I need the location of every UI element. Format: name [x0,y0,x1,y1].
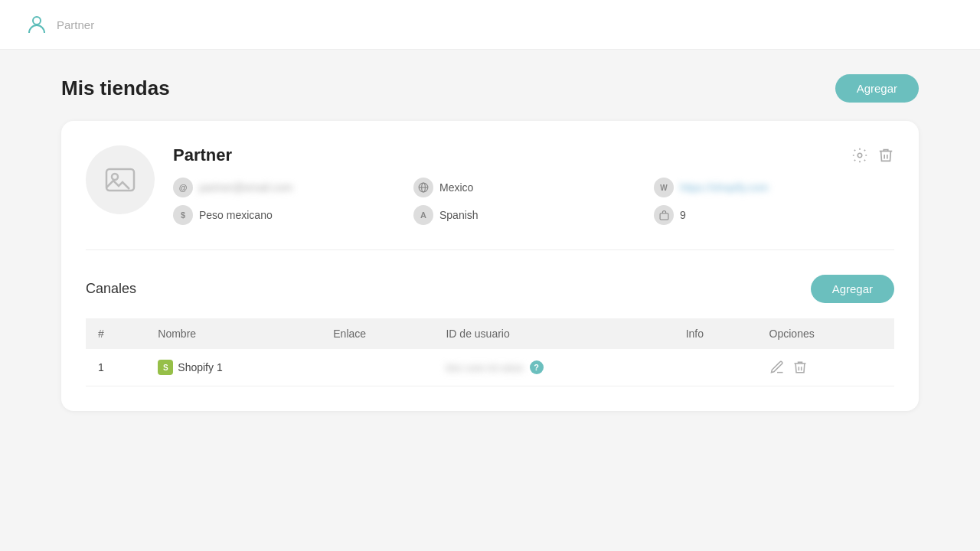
row-enlace [321,349,433,386]
country-meta: Mexico [413,178,654,197]
store-card: Partner [61,121,919,411]
svg-point-3 [858,153,862,158]
table-row: 1 S Shopify 1 blur-user-id-value [86,349,894,386]
page-title: Mis tiendas [61,77,170,100]
store-language: Spanish [439,209,479,221]
globe-badge [413,178,433,197]
canales-header: Canales Agregar [86,275,894,303]
channel-name: Shopify 1 [178,361,222,373]
store-name: Partner [173,145,232,165]
col-number: # [86,318,145,349]
store-info-section: Partner [86,145,894,250]
user-icon [24,12,49,37]
language-badge: A [413,205,433,225]
svg-point-2 [112,174,118,180]
add-channel-button[interactable]: Agregar [811,275,894,303]
store-meta-grid: @ partner@email.com Mexico W https://sho… [173,178,894,225]
row-info [674,349,757,386]
shopify-logo: S [158,360,173,375]
table-body: 1 S Shopify 1 blur-user-id-value [86,349,894,386]
svg-rect-7 [660,213,668,219]
store-name-row: Partner [173,145,894,165]
col-opciones: Opciones [757,318,894,349]
store-products-count: 9 [680,209,686,221]
row-actions [769,360,882,375]
store-country: Mexico [439,181,473,194]
store-website: https://shopify.com [680,181,769,194]
currency-badge: $ [173,205,193,225]
language-meta: A Spanish [413,205,654,225]
image-placeholder-icon [102,161,139,198]
add-store-button[interactable]: Agregar [835,74,919,103]
edit-icon[interactable] [769,360,785,375]
at-badge: @ [173,178,193,197]
store-currency: Peso mexicano [199,209,273,221]
main-content: Mis tiendas Agregar Partner [0,50,980,435]
col-info: Info [674,318,757,349]
col-user-id: ID de usuario [433,318,673,349]
user-id-value: blur-user-id-value [446,362,523,373]
page-header: Mis tiendas Agregar [61,74,919,103]
row-user-id: blur-user-id-value ? [433,349,673,386]
svg-point-0 [33,17,41,24]
table-header: # Nombre Enlace ID de usuario Info Opcio… [86,318,894,349]
header: Partner [0,0,980,50]
store-details: Partner [173,145,894,225]
settings-icon[interactable] [851,147,868,164]
channels-table-wrap: # Nombre Enlace ID de usuario Info Opcio… [86,318,894,386]
row-opciones [757,349,894,386]
svg-rect-1 [106,169,134,191]
header-title: Partner [57,18,94,31]
web-badge: W [654,178,674,197]
col-enlace: Enlace [321,318,433,349]
help-icon[interactable]: ? [530,360,544,374]
trash-icon[interactable] [877,147,894,164]
store-actions [851,147,894,164]
col-nombre: Nombre [145,318,321,349]
store-email: partner@email.com [199,181,292,194]
canales-title: Canales [86,281,136,297]
row-name: S Shopify 1 [145,349,321,386]
website-meta: W https://shopify.com [654,178,894,197]
canales-section: Canales Agregar # Nombre Enlace ID de us… [86,275,894,386]
delete-icon[interactable] [792,360,808,375]
currency-meta: $ Peso mexicano [173,205,413,225]
products-badge [654,205,674,225]
email-meta: @ partner@email.com [173,178,413,197]
products-meta: 9 [654,205,894,225]
row-number: 1 [86,349,145,386]
store-avatar [86,145,155,214]
channels-table: # Nombre Enlace ID de usuario Info Opcio… [86,318,894,386]
